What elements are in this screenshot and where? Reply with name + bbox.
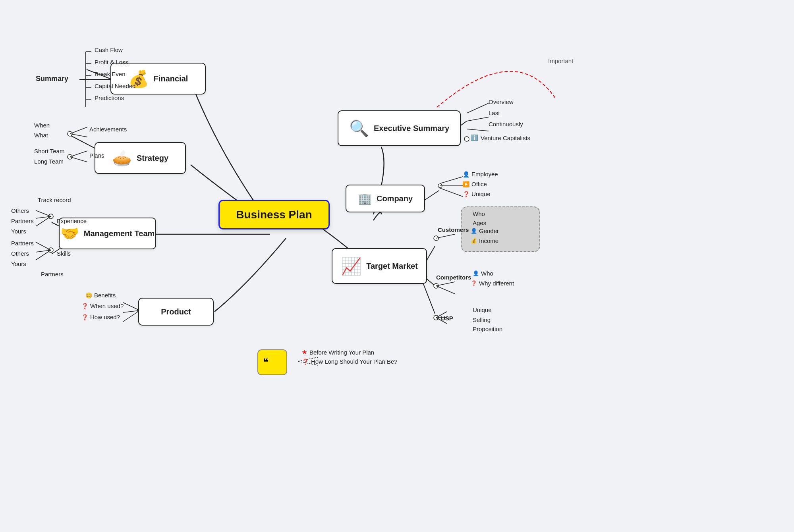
svg-line-12 — [467, 129, 489, 131]
mgmt-yours-exp: Yours — [11, 228, 26, 235]
target-label: Target Market — [366, 262, 418, 271]
quote-icon: ❝ — [263, 356, 269, 368]
comp-whydifferent: ❓Why different — [471, 280, 514, 287]
svg-point-33 — [48, 214, 53, 219]
svg-line-29 — [70, 134, 87, 137]
svg-line-39 — [36, 250, 51, 252]
financial-leaf-predictions: Predictions — [95, 94, 124, 101]
product-label: Product — [161, 307, 191, 316]
svg-line-31 — [70, 151, 87, 157]
product-node[interactable]: Product — [138, 298, 214, 326]
svg-line-42 — [123, 303, 140, 310]
svg-line-40 — [36, 250, 51, 260]
product-howused: ❓How used? — [81, 314, 120, 320]
mgmt-partners-exp: Partners — [11, 218, 34, 224]
svg-line-44 — [123, 310, 140, 322]
target-who: Who — [473, 210, 485, 217]
svg-line-43 — [123, 310, 140, 312]
legend-box: ❝ — [257, 349, 287, 375]
strategy-leaf-when: When — [34, 122, 50, 129]
legend-items: ★ Before Writing Your Plan ❓ How Long Sh… — [302, 349, 398, 367]
mgmt-partners-bottom: Partners — [41, 271, 64, 278]
usp-proposition: Proposition — [473, 326, 502, 332]
svg-point-17 — [464, 137, 469, 141]
company-node[interactable]: 🏢 Company — [346, 185, 425, 212]
competitors-label: Competitors — [436, 274, 471, 281]
mgmt-partners-skills: Partners — [11, 240, 34, 247]
executive-node[interactable]: 🔍 Executive Summary — [338, 110, 461, 146]
company-label: Company — [377, 194, 413, 203]
strategy-icon: 🥧 — [112, 149, 132, 168]
strategy-leaf-longteam: Long Team — [34, 158, 64, 165]
company-icon: 🏢 — [358, 192, 372, 205]
mgmt-experience: Experience — [57, 218, 87, 224]
company-leaf-unique: ❓Unique — [463, 191, 491, 197]
strategy-leaf-achievements: Achievements — [89, 126, 127, 133]
svg-line-16 — [440, 188, 463, 197]
svg-line-32 — [70, 157, 87, 162]
summary-label: Summary — [36, 75, 68, 83]
mgmt-track-record: Track record — [38, 197, 71, 203]
usp-label: USP — [441, 315, 453, 322]
svg-line-11 — [467, 117, 489, 121]
svg-line-21 — [436, 282, 455, 286]
strategy-label: Strategy — [137, 154, 168, 163]
strategy-leaf-shortteam: Short Team — [34, 148, 64, 154]
svg-line-28 — [70, 127, 87, 134]
exec-leaf-last: Last — [489, 110, 500, 116]
financial-leaf-cashflow: Cash Flow — [95, 46, 123, 53]
usp-unique: Unique — [473, 306, 492, 313]
svg-line-14 — [440, 177, 463, 183]
company-leaf-employee: 👤Employee — [463, 171, 498, 177]
mgmt-yours-skills: Yours — [11, 260, 26, 267]
strategy-leaf-plans: Plans — [89, 152, 104, 159]
svg-line-38 — [36, 242, 51, 250]
important-label: Important — [548, 58, 573, 64]
financial-node[interactable]: 💰 Financial — [110, 63, 206, 94]
mgmt-skills: Skills — [57, 250, 71, 257]
svg-line-34 — [36, 210, 51, 216]
financial-leaf-profitloss: Profit & Loss — [95, 59, 128, 66]
executive-icon: 🔍 — [349, 119, 369, 138]
comp-who: 👤Who — [473, 270, 493, 277]
svg-point-20 — [434, 283, 439, 288]
management-label: Management Team — [84, 229, 155, 238]
target-income: 💰Income — [471, 237, 498, 244]
svg-point-18 — [434, 236, 439, 241]
svg-point-13 — [438, 184, 442, 188]
svg-line-36 — [36, 216, 51, 226]
exec-leaf-overview: Overview — [489, 98, 514, 105]
target-icon: 📈 — [341, 256, 361, 276]
svg-point-23 — [434, 315, 439, 320]
mgmt-others-skills: Others — [11, 250, 29, 257]
svg-line-22 — [436, 286, 455, 294]
financial-leaf-breakeven: Break Even — [95, 71, 126, 77]
management-icon: 🤝 — [60, 225, 79, 242]
exec-venture-capitalists: ℹ️ Venture Capitalists — [471, 134, 530, 141]
executive-label: Executive Summary — [374, 124, 449, 133]
svg-line-19 — [436, 234, 455, 238]
customers-label: Customers — [438, 226, 469, 233]
central-node[interactable]: Business Plan — [218, 200, 330, 229]
legend-item2: ❓ How Long Should Your Plan Be? — [302, 358, 398, 365]
strategy-node[interactable]: 🥧 Strategy — [95, 142, 186, 174]
product-whenused: ❓When used? — [81, 303, 124, 309]
svg-line-35 — [36, 216, 51, 218]
financial-label: Financial — [154, 74, 188, 83]
exec-leaf-continuously: Continuously — [489, 121, 523, 127]
svg-point-30 — [68, 154, 72, 159]
mgmt-others: Others — [11, 207, 29, 214]
svg-point-27 — [68, 131, 72, 136]
product-benefits: 😊Benefits — [85, 292, 116, 299]
company-leaf-office: ▶️Office — [463, 181, 487, 187]
svg-point-37 — [48, 248, 53, 253]
svg-line-10 — [467, 103, 489, 113]
target-ages: Ages — [473, 220, 486, 226]
target-node[interactable]: 📈 Target Market — [332, 248, 427, 284]
legend-item1: ★ Before Writing Your Plan — [302, 349, 398, 356]
financial-leaf-capitalneeded: Capital Needed — [95, 83, 135, 89]
usp-selling: Selling — [473, 316, 491, 323]
strategy-leaf-what: What — [34, 132, 48, 139]
target-gender: 👤Gender — [471, 227, 499, 234]
